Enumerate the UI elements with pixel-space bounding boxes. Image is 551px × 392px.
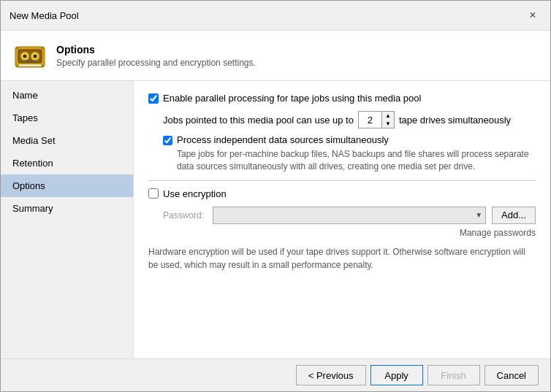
password-dropdown[interactable]: ▼ bbox=[213, 207, 486, 224]
parallel-options: Jobs pointed to this media pool can use … bbox=[163, 111, 536, 173]
independent-checkbox[interactable] bbox=[163, 136, 172, 145]
svg-point-7 bbox=[17, 47, 19, 50]
content-area: Enable parallel processing for tape jobs… bbox=[134, 81, 550, 358]
parallel-checkbox-row: Enable parallel processing for tape jobs… bbox=[148, 93, 536, 104]
dialog-body: Name Tapes Media Set Retention Options S… bbox=[1, 81, 550, 358]
independent-info-text: Tape jobs for per-machine backup files, … bbox=[177, 148, 536, 173]
spinner-up-button[interactable]: ▲ bbox=[382, 112, 394, 120]
dialog-header: Options Specify parallel processing and … bbox=[1, 31, 550, 81]
sidebar-item-tapes[interactable]: Tapes bbox=[1, 107, 133, 129]
cancel-button[interactable]: Cancel bbox=[484, 365, 539, 385]
drives-row: Jobs pointed to this media pool can use … bbox=[163, 111, 536, 128]
hw-encryption-info: Hardware encryption will be used if your… bbox=[148, 245, 536, 272]
sidebar-item-media-set[interactable]: Media Set bbox=[1, 129, 133, 152]
independent-label-block: Process independent data sources simulta… bbox=[177, 134, 536, 173]
dialog-window: New Media Pool × bbox=[0, 0, 551, 392]
dialog-footer: < Previous Apply Finish Cancel bbox=[1, 358, 550, 391]
drives-input[interactable]: 2 bbox=[359, 112, 382, 128]
manage-passwords-link[interactable]: Manage passwords bbox=[460, 228, 536, 238]
password-label: Password: bbox=[163, 210, 207, 220]
svg-point-8 bbox=[42, 47, 44, 50]
password-row: Password: ▼ Add... bbox=[163, 207, 536, 224]
sidebar-item-options[interactable]: Options bbox=[1, 174, 133, 197]
sidebar: Name Tapes Media Set Retention Options S… bbox=[1, 81, 134, 358]
manage-passwords-link-row: Manage passwords bbox=[148, 227, 536, 238]
independent-checkbox-label[interactable]: Process independent data sources simulta… bbox=[177, 134, 389, 145]
header-title: Options bbox=[56, 44, 256, 55]
sidebar-item-name[interactable]: Name bbox=[1, 84, 133, 107]
spinner-arrows: ▲ ▼ bbox=[382, 112, 394, 128]
sidebar-item-retention[interactable]: Retention bbox=[1, 152, 133, 174]
svg-point-10 bbox=[42, 65, 44, 67]
svg-point-5 bbox=[34, 55, 37, 58]
apply-button[interactable]: Apply bbox=[370, 365, 423, 385]
drives-suffix-text: tape drives simultaneously bbox=[399, 115, 511, 126]
drives-prefix-text: Jobs pointed to this media pool can use … bbox=[163, 115, 354, 126]
parallel-checkbox-label[interactable]: Enable parallel processing for tape jobs… bbox=[163, 93, 421, 104]
svg-point-9 bbox=[17, 65, 19, 67]
encryption-checkbox-row: Use encryption bbox=[148, 188, 536, 199]
finish-button[interactable]: Finish bbox=[428, 365, 480, 385]
sidebar-item-summary[interactable]: Summary bbox=[1, 197, 133, 220]
previous-button[interactable]: < Previous bbox=[296, 365, 366, 385]
encryption-checkbox[interactable] bbox=[148, 188, 159, 199]
title-bar: New Media Pool × bbox=[1, 1, 550, 31]
dialog-title: New Media Pool bbox=[10, 10, 79, 21]
header-text-block: Options Specify parallel processing and … bbox=[56, 44, 256, 68]
add-password-button[interactable]: Add... bbox=[492, 207, 536, 224]
spinner-down-button[interactable]: ▼ bbox=[382, 120, 394, 128]
close-button[interactable]: × bbox=[524, 7, 542, 24]
svg-point-3 bbox=[23, 55, 27, 58]
drives-spinner: 2 ▲ ▼ bbox=[358, 111, 395, 128]
media-pool-icon bbox=[12, 38, 48, 73]
separator bbox=[148, 180, 536, 181]
encryption-section: Use encryption Password: ▼ Add... Manage… bbox=[148, 188, 536, 272]
svg-rect-6 bbox=[18, 64, 42, 66]
dropdown-arrow-icon: ▼ bbox=[475, 211, 482, 219]
encryption-checkbox-label[interactable]: Use encryption bbox=[163, 188, 227, 199]
independent-checkbox-row: Process independent data sources simulta… bbox=[163, 134, 536, 173]
header-subtitle: Specify parallel processing and encrypti… bbox=[56, 58, 256, 68]
parallel-checkbox[interactable] bbox=[148, 93, 159, 104]
